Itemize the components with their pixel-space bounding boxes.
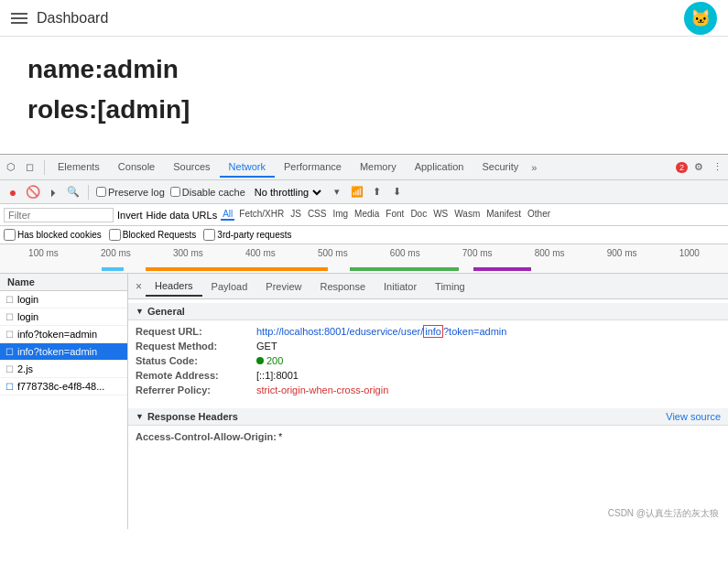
tab-network[interactable]: Network [220,157,275,178]
filter-tag-font[interactable]: Font [384,209,406,221]
tab-security[interactable]: Security [473,157,527,178]
timeline-bars [0,265,728,273]
close-tab-button[interactable]: × [132,280,146,293]
tab-payload[interactable]: Payload [202,277,257,296]
tab-console[interactable]: Console [109,157,164,178]
response-headers-section: ▼ Response Headers View source Access-Co… [128,405,728,451]
throttle-arrow-icon[interactable]: ▾ [330,185,344,200]
general-section-title: General [147,306,185,317]
throttle-select[interactable]: No throttling [251,186,324,199]
file-item-2js[interactable]: ☐ 2.js [0,361,127,378]
access-control-row: Access-Control-Allow-Origin: * [136,429,721,444]
access-control-label: Access-Control-Allow-Origin: [136,431,277,442]
clear-icon[interactable]: 🚫 [26,185,40,200]
file-item-info-1[interactable]: ☐ info?token=admin [0,326,127,343]
blocked-cookies-label[interactable]: Has blocked cookies [4,229,102,241]
tab-headers[interactable]: Headers [146,276,202,297]
filter-tag-img[interactable]: Img [331,209,350,221]
third-party-label[interactable]: 3rd-party requests [203,229,291,241]
more-tabs-icon[interactable]: » [527,162,540,173]
remote-address-value: [::1]:8001 [256,370,299,381]
tab-initiator[interactable]: Initiator [375,277,426,296]
status-code-value: 200 [256,355,283,366]
filter-tag-doc[interactable]: Doc [408,209,429,221]
settings-icon[interactable]: ⚙ [691,160,706,175]
request-method-row: Request Method: GET [136,339,721,353]
tl-300: 300 ms [173,248,203,258]
filter-tag-css[interactable]: CSS [306,209,329,221]
more-options-icon[interactable]: ⋮ [710,160,724,175]
filter-tag-fetch[interactable]: Fetch/XHR [237,209,286,221]
tl-bar-orange [146,267,328,271]
blocked-requests-cb[interactable] [109,229,121,241]
filter-icon[interactable]: ⏵ [46,185,60,200]
request-url-label: Request URL: [136,326,255,337]
tab-sources[interactable]: Sources [164,157,219,178]
general-section-header[interactable]: ▼ General [128,303,728,320]
cursor-icon[interactable]: ⬡ [4,160,18,175]
tab-memory[interactable]: Memory [351,157,406,178]
file-list-header: Name [0,274,127,291]
file-item-info-2[interactable]: ☐ info?token=admin [0,343,127,361]
hide-data-urls-label: Hide data URLs [147,210,218,221]
filter-tag-all[interactable]: All [221,209,234,221]
preserve-log-checkbox[interactable] [96,187,106,197]
devtools-panel: ⬡ ◻ Elements Console Sources Network Per… [0,154,728,529]
name-line: name:admin [27,55,701,84]
third-party-cb[interactable] [203,229,215,241]
right-panel: × Headers Payload Preview Response Initi… [128,274,728,529]
download-icon[interactable]: ⬇ [390,185,405,200]
response-headers-title-group: ▼ Response Headers [136,411,238,422]
wifi-icon[interactable]: 📶 [350,185,364,200]
request-method-value: GET [256,341,277,352]
disable-cache-label[interactable]: Disable cache [170,187,245,198]
file-item-login-2[interactable]: ☐ login [0,309,127,326]
disable-cache-checkbox[interactable] [170,187,180,197]
file-item-img[interactable]: ☐ f778738c-e4f8-48... [0,378,127,395]
remote-address-row: Remote Address: [::1]:8001 [136,368,721,383]
avatar[interactable]: 🐱 [684,2,717,35]
top-bar: Dashboard 🐱 [0,0,728,37]
request-method-label: Request Method: [136,341,255,352]
view-source-link[interactable]: View source [666,411,721,422]
filter-bar: Invert Hide data URLs All Fetch/XHR JS C… [0,204,728,226]
preserve-log-label[interactable]: Preserve log [96,187,165,198]
access-control-value: * [278,431,282,442]
remote-address-label: Remote Address: [136,370,255,381]
general-section-body: Request URL: http://localhost:8001/eduse… [128,320,728,401]
tab-application[interactable]: Application [406,157,473,178]
file-item-login-1[interactable]: ☐ login [0,291,127,309]
tab-performance[interactable]: Performance [275,157,351,178]
tab-elements[interactable]: Elements [49,157,109,178]
response-headers-body: Access-Control-Allow-Origin: * [128,426,728,448]
filter-tag-ws[interactable]: WS [431,209,450,221]
tl-bar-blue [102,267,124,271]
tl-200: 200 ms [101,248,131,258]
filter-input[interactable] [4,208,114,222]
devtools-toolbar: ⬡ ◻ Elements Console Sources Network Per… [0,155,728,180]
file-name-img: f778738c-e4f8-48... [17,381,104,392]
tab-response[interactable]: Response [310,277,375,296]
filter-tag-js[interactable]: JS [288,209,303,221]
search-icon[interactable]: 🔍 [66,185,81,200]
devtools-tabs: Elements Console Sources Network Perform… [49,157,674,178]
blocked-cookies-cb[interactable] [4,229,16,241]
filter-tag-wasm[interactable]: Wasm [452,209,482,221]
filter-tag-manifest[interactable]: Manifest [484,209,523,221]
blocked-requests-label[interactable]: Blocked Requests [109,229,197,241]
tab-timing[interactable]: Timing [426,277,474,296]
top-bar-left: Dashboard [11,10,108,27]
file-name-login2: login [17,311,38,322]
status-code-label: Status Code: [136,355,255,366]
filter-tag-other[interactable]: Other [526,209,552,221]
filter-tag-media[interactable]: Media [353,209,381,221]
inspect-icon[interactable]: ◻ [22,160,37,175]
record-icon[interactable]: ● [5,185,20,200]
file-name-info1: info?token=admin [17,329,97,340]
hamburger-menu[interactable] [11,13,27,24]
upload-icon[interactable]: ⬆ [370,185,385,200]
response-headers-header[interactable]: ▼ Response Headers View source [128,408,728,426]
file-name-login1: login [17,294,38,305]
tab-preview[interactable]: Preview [256,277,310,296]
file-name-info2: info?token=admin [17,346,97,357]
